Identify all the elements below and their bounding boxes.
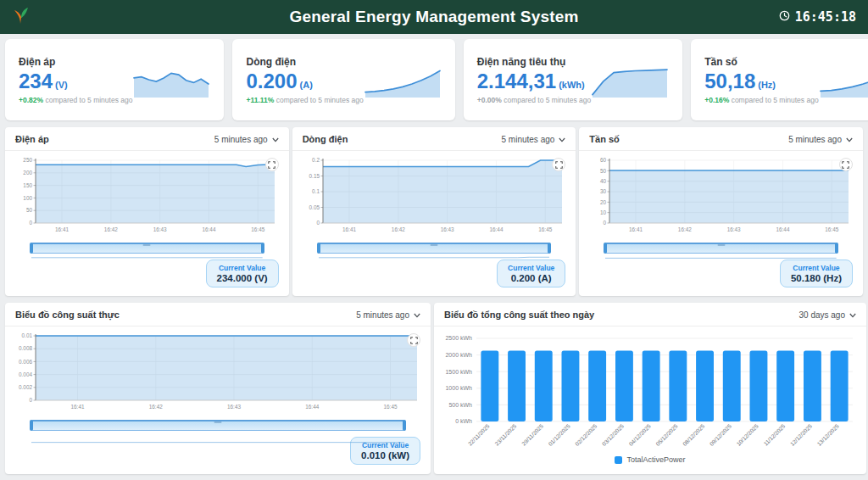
- kpi-value: 0.200: [246, 70, 297, 93]
- svg-text:22/11/2025: 22/11/2025: [467, 423, 491, 447]
- svg-text:250: 250: [23, 157, 32, 163]
- panel-voltage: Điện áp 5 minutes ago 05010015020025016:…: [5, 127, 289, 296]
- svg-text:1500 kWh: 1500 kWh: [445, 369, 472, 375]
- kpi-delta-note: compared to 5 minutes ago: [732, 96, 819, 104]
- kpi-value: 2.144,31: [477, 70, 556, 93]
- svg-text:23/11/2025: 23/11/2025: [493, 423, 517, 447]
- svg-text:60: 60: [600, 157, 607, 163]
- kpi-title: Tần số: [704, 56, 818, 68]
- range-select-voltage[interactable]: 5 minutes ago: [214, 135, 279, 144]
- svg-text:50: 50: [600, 168, 607, 174]
- svg-text:0.05: 0.05: [309, 204, 320, 210]
- kpi-title: Dòng điện: [246, 56, 363, 68]
- legend-swatch: [615, 456, 622, 464]
- clock-time: 16:45:18: [795, 9, 856, 25]
- svg-text:16:41: 16:41: [71, 404, 85, 410]
- svg-text:03/12/2025: 03/12/2025: [601, 423, 626, 448]
- svg-text:16:42: 16:42: [149, 404, 163, 410]
- charts-row: Điện áp 5 minutes ago 05010015020025016:…: [5, 127, 863, 296]
- fullscreen-icon[interactable]: [407, 333, 420, 347]
- kpi-card-frequency: Tần số 50,18(Hz) +0.16% compared to 5 mi…: [691, 39, 868, 120]
- svg-text:16:45: 16:45: [538, 226, 552, 232]
- svg-text:16:44: 16:44: [202, 226, 215, 232]
- panel-frequency: Tần số 5 minutes ago 010203040506016:411…: [579, 127, 863, 296]
- kpi-card-voltage: Điện áp 234(V) +0.82% compared to 5 minu…: [5, 39, 224, 120]
- svg-text:0 kWh: 0 kWh: [455, 418, 472, 424]
- svg-text:12/12/2025: 12/12/2025: [789, 423, 814, 448]
- svg-text:2500 kWh: 2500 kWh: [445, 335, 472, 341]
- svg-text:0.1: 0.1: [312, 188, 320, 194]
- panel-title: Dòng điện: [303, 134, 348, 144]
- svg-text:01/12/2025: 01/12/2025: [547, 423, 571, 448]
- fullscreen-icon[interactable]: [265, 158, 279, 171]
- kpi-title: Điện áp: [19, 56, 132, 68]
- svg-text:16:41: 16:41: [342, 226, 356, 232]
- kpi-delta-line: +0.16% compared to 5 minutes ago: [704, 96, 818, 104]
- range-select-power[interactable]: 5 minutes ago: [356, 310, 420, 320]
- svg-text:200: 200: [23, 170, 32, 176]
- line-chart-current: 00.050.10.150.216:4116:4216:4316:4416:45: [292, 151, 576, 237]
- svg-text:100: 100: [23, 195, 32, 201]
- line-chart-power: 00.0020.0040.0060.0080.0116:4116:4216:43…: [5, 327, 431, 415]
- svg-text:16:44: 16:44: [305, 404, 319, 410]
- fullscreen-icon[interactable]: [839, 158, 853, 171]
- svg-text:08/12/2025: 08/12/2025: [682, 423, 706, 448]
- clock: 16:45:18: [779, 9, 856, 25]
- chevron-down-icon: [272, 135, 279, 144]
- range-select-daily[interactable]: 30 days ago: [799, 310, 857, 320]
- brand-logo-icon: [12, 5, 31, 29]
- time-range-slider[interactable]: [604, 243, 837, 254]
- svg-text:0: 0: [316, 220, 320, 226]
- svg-text:0.002: 0.002: [19, 384, 32, 390]
- kpi-row: Điện áp 234(V) +0.82% compared to 5 minu…: [5, 39, 863, 120]
- chevron-down-icon: [846, 135, 853, 144]
- time-range-slider[interactable]: [318, 243, 551, 254]
- kpi-delta-note: compared to 5 minutes ago: [276, 96, 364, 104]
- line-chart-voltage: 05010015020025016:4116:4216:4316:4416:45: [5, 151, 289, 237]
- clock-icon: [779, 9, 790, 25]
- svg-text:16:43: 16:43: [440, 226, 453, 232]
- svg-text:16:42: 16:42: [678, 226, 692, 232]
- svg-text:16:45: 16:45: [826, 226, 839, 232]
- panel-title: Tần số: [589, 134, 619, 144]
- kpi-delta: +11.11%: [246, 96, 274, 104]
- kpi-delta-note: compared to 5 minutes ago: [504, 96, 591, 104]
- svg-text:05/12/2025: 05/12/2025: [654, 423, 679, 448]
- kpi-delta-line: +0.82% compared to 5 minutes ago: [19, 96, 132, 104]
- legend: TotalActivePower: [434, 454, 866, 469]
- svg-text:10/12/2025: 10/12/2025: [735, 423, 760, 448]
- svg-text:11/12/2025: 11/12/2025: [762, 423, 786, 447]
- svg-text:20: 20: [600, 199, 607, 205]
- svg-text:2000 kWh: 2000 kWh: [445, 352, 472, 358]
- svg-text:0.2: 0.2: [312, 157, 320, 163]
- panel-title: Điện áp: [15, 134, 49, 144]
- kpi-card-energy: Điện năng tiêu thụ 2.144,31(kWh) +0.00% …: [464, 39, 682, 120]
- kpi-delta: +0.00%: [477, 96, 502, 104]
- svg-text:1000 kWh: 1000 kWh: [445, 385, 472, 391]
- svg-text:16:41: 16:41: [55, 226, 69, 232]
- svg-text:16:45: 16:45: [251, 226, 264, 232]
- range-select-current[interactable]: 5 minutes ago: [502, 135, 566, 144]
- kpi-unit: (Hz): [758, 80, 776, 90]
- legend-label: TotalActivePower: [626, 455, 685, 464]
- range-select-frequency[interactable]: 5 minutes ago: [788, 135, 853, 144]
- svg-text:16:42: 16:42: [104, 226, 118, 232]
- time-range-slider[interactable]: [31, 420, 405, 431]
- svg-text:29/11/2025: 29/11/2025: [520, 423, 544, 447]
- svg-text:0: 0: [604, 220, 607, 226]
- kpi-unit: (V): [55, 80, 68, 90]
- kpi-value: 50,18: [704, 70, 755, 93]
- panel-current: Dòng điện 5 minutes ago 00.050.10.150.21…: [292, 127, 576, 296]
- sparkline-chart: [591, 60, 669, 99]
- kpi-unit: (A): [300, 80, 313, 90]
- time-range-slider[interactable]: [31, 243, 264, 254]
- kpi-delta-line: +0.00% compared to 5 minutes ago: [477, 96, 591, 104]
- line-chart-frequency: 010203040506016:4116:4216:4316:4416:45: [579, 151, 863, 237]
- svg-text:16:44: 16:44: [776, 226, 790, 232]
- svg-text:0: 0: [29, 397, 32, 403]
- sparkline-chart: [819, 60, 868, 99]
- svg-text:0: 0: [29, 220, 32, 226]
- kpi-card-current: Dòng điện 0.200(A) +11.11% compared to 5…: [232, 39, 454, 120]
- panel-title: Biểu đồ công suất thực: [15, 310, 120, 320]
- page-title: General Energy Management System: [289, 8, 578, 26]
